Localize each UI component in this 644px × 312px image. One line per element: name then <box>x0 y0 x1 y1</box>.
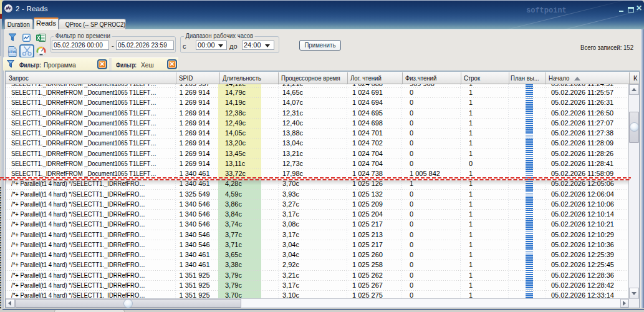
svg-text:HTML: HTML <box>8 51 16 54</box>
